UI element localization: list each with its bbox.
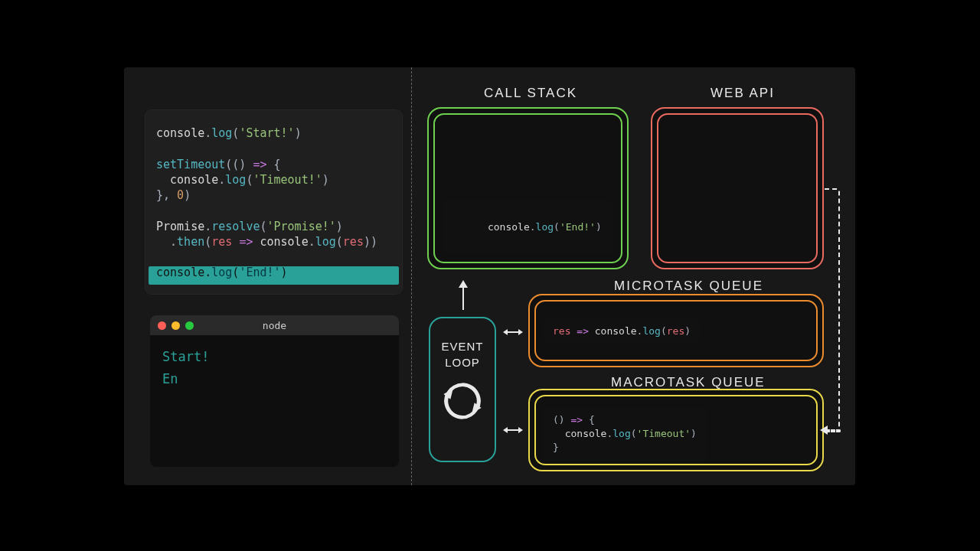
double-arrow-icon [503, 326, 523, 337]
call-stack-box: console.log('End!') [427, 107, 629, 269]
terminal-output: Start! En [150, 335, 399, 401]
code-editor: console.log('Start!') setTimeout(() => {… [145, 110, 402, 294]
dashed-connector-tail [825, 429, 841, 432]
call-stack-item: console.log('End!') [443, 200, 612, 254]
terminal: node Start! En [150, 315, 399, 467]
microtask-item: res => console.log(res) [544, 318, 700, 344]
microtask-queue-box: res => console.log(res) [528, 294, 824, 367]
svg-marker-6 [503, 427, 508, 433]
terminal-line: En [162, 368, 387, 390]
svg-marker-7 [518, 427, 523, 433]
double-arrow-icon [503, 424, 523, 435]
terminal-title: node [150, 320, 399, 331]
terminal-titlebar: node [150, 315, 399, 335]
source-code: console.log('Start!') setTimeout(() => {… [156, 126, 391, 281]
macrotask-queue-box: () => { console.log('Timeout') } [528, 389, 824, 471]
call-stack-label: CALL STACK [484, 86, 577, 101]
arrow-left-icon [820, 425, 828, 435]
cycle-icon [441, 380, 484, 425]
terminal-line: Start! [162, 346, 387, 368]
event-loop-label-line2: LOOP [445, 356, 480, 369]
svg-marker-4 [518, 329, 523, 335]
macrotask-item: () => { console.log('Timeout') } [544, 407, 706, 461]
vertical-divider [411, 67, 412, 485]
event-loop-box: EVENT LOOP [429, 317, 496, 462]
dashed-connector [825, 188, 840, 430]
web-api-box [651, 107, 824, 269]
event-loop-label-line1: EVENT [441, 340, 483, 353]
web-api-label: WEB API [710, 86, 775, 101]
microtask-queue-label: MICROTASK QUEUE [614, 279, 763, 294]
event-loop-diagram: console.log('Start!') setTimeout(() => {… [124, 67, 855, 485]
arrow-up-icon [459, 280, 468, 288]
web-api-inner [657, 113, 818, 263]
svg-marker-3 [503, 329, 508, 335]
macrotask-queue-label: MACROTASK QUEUE [611, 375, 766, 390]
